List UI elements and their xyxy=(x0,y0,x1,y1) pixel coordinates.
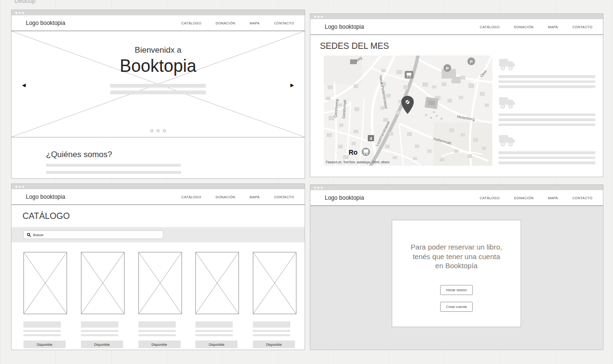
svg-text:4: 4 xyxy=(370,136,372,141)
hero-title: Booktopia xyxy=(11,56,305,76)
placeholder-bar xyxy=(110,91,206,94)
book-card: Disponible xyxy=(253,252,296,348)
list-item[interactable] xyxy=(499,134,595,164)
list-item[interactable] xyxy=(499,58,595,88)
placeholder-bar xyxy=(23,330,61,332)
disponible-button[interactable]: Disponible xyxy=(138,341,181,348)
book-card: Disponible xyxy=(81,252,125,348)
iniciar-sesion-button[interactable]: Iniciar sesión xyxy=(440,285,473,295)
carousel-dots xyxy=(11,129,305,132)
section-heading: ¿Quiénes somos? xyxy=(46,150,305,159)
nav-item-mapa[interactable]: MAPA xyxy=(250,22,260,25)
placeholder-bar xyxy=(81,334,118,336)
bus-stop-icon xyxy=(405,71,413,79)
placeholder-bar xyxy=(499,161,595,164)
placeholder-bar xyxy=(81,330,118,332)
titlebar-dot xyxy=(321,187,323,189)
reserva-message: Para poder reservar un libro, tenés que … xyxy=(392,242,521,271)
placeholder-bar xyxy=(499,114,595,116)
reserva-background: Para poder reservar un libro, tenés que … xyxy=(310,206,603,350)
titlebar-dot xyxy=(318,187,319,189)
nav-item-catalogo[interactable]: CATÁLOGO xyxy=(480,25,500,29)
carousel-prev-icon[interactable]: ◀ xyxy=(22,83,26,88)
hero-carousel: Bienvenidx a Booktopia ◀ ▶ xyxy=(11,31,305,137)
search-box[interactable] xyxy=(23,230,163,239)
carousel-dot[interactable] xyxy=(157,129,159,132)
nav-links: CATÁLOGO DONACIÓN MAPA CONTACTO xyxy=(182,195,294,199)
nav-item-donacion[interactable]: DONACIÓN xyxy=(216,195,235,199)
navbar: Logo booktopia CATÁLOGO DONACIÓN MAPA CO… xyxy=(11,189,305,205)
nav-item-mapa[interactable]: MAPA xyxy=(250,195,260,199)
disponible-button[interactable]: Disponible xyxy=(81,341,123,348)
crear-cuenta-button[interactable]: Crear cuenta xyxy=(440,302,473,312)
search-band xyxy=(11,227,305,242)
book-cover-placeholder[interactable] xyxy=(253,252,296,314)
disponible-button[interactable]: Disponible xyxy=(195,341,238,348)
search-input[interactable] xyxy=(33,233,129,237)
window-home: Logo booktopia CATÁLOGO DONACIÓN MAPA CO… xyxy=(11,10,305,179)
nav-item-donacion[interactable]: DONACIÓN xyxy=(514,196,534,200)
book-cover-placeholder[interactable] xyxy=(81,252,125,314)
truck-icon xyxy=(499,58,518,71)
book-cover-placeholder[interactable] xyxy=(195,252,239,314)
hero-placeholder-bars xyxy=(110,84,206,94)
book-card: Disponible xyxy=(195,252,239,348)
book-cards: Disponible Disponible Disponible xyxy=(11,242,305,348)
nav-item-donacion[interactable]: DONACIÓN xyxy=(216,22,235,25)
titlebar-dot xyxy=(314,187,316,189)
nav-item-catalogo[interactable]: CATÁLOGO xyxy=(182,22,202,25)
titlebar-dot xyxy=(19,12,21,14)
truck-icon xyxy=(499,96,518,110)
reserva-message-line: tenés que tener una cuenta xyxy=(392,252,521,262)
nav-item-catalogo[interactable]: CATÁLOGO xyxy=(480,196,500,200)
logo-booktopia: Logo booktopia xyxy=(325,194,364,201)
list-item[interactable] xyxy=(499,96,595,126)
figma-frame-label: Desktop xyxy=(14,0,35,4)
sedes-list xyxy=(499,56,595,166)
placeholder-bar xyxy=(499,80,595,83)
titlebar-dot xyxy=(314,16,316,18)
nav-item-contacto[interactable]: CONTACTO xyxy=(274,22,294,25)
book-cover-placeholder[interactable] xyxy=(23,252,67,314)
carousel-dot[interactable] xyxy=(163,129,166,132)
navbar: Logo booktopia CATÁLOGO DONACIÓN MAPA CO… xyxy=(310,19,603,35)
carousel-dot[interactable] xyxy=(150,129,153,132)
nav-item-donacion[interactable]: DONACIÓN xyxy=(514,25,534,29)
placeholder-bar xyxy=(253,330,290,332)
nav-item-mapa[interactable]: MAPA xyxy=(548,25,558,29)
carousel-next-icon[interactable]: ▶ xyxy=(290,83,294,88)
placeholder-bar xyxy=(46,171,181,174)
parking-icon: P xyxy=(467,57,475,65)
window-titlebar xyxy=(11,10,305,15)
window-catalogo: Logo booktopia CATÁLOGO DONACIÓN MAPA CO… xyxy=(11,183,305,350)
svg-text:P: P xyxy=(446,66,449,71)
book-cover-placeholder[interactable] xyxy=(138,252,182,314)
disponible-button[interactable]: Disponible xyxy=(23,341,66,348)
parking-icon: P xyxy=(443,64,451,72)
logo-booktopia: Logo booktopia xyxy=(26,20,65,26)
placeholder-bar xyxy=(499,124,595,126)
placeholder-bar xyxy=(138,330,176,332)
placeholder-bar xyxy=(23,334,61,336)
placeholder-bar xyxy=(499,75,595,78)
nav-item-mapa[interactable]: MAPA xyxy=(548,196,558,200)
placeholder-bar xyxy=(138,334,176,336)
nav-item-catalogo[interactable]: CATÁLOGO xyxy=(182,195,202,199)
reserva-message-line: Para poder reservar un libro, xyxy=(392,242,521,252)
truck-icon xyxy=(499,134,518,148)
nav-links: CATÁLOGO DONACIÓN MAPA CONTACTO xyxy=(480,25,592,29)
nav-item-contacto[interactable]: CONTACTO xyxy=(572,196,592,200)
placeholder-bar xyxy=(110,84,206,88)
svg-text:Ro: Ro xyxy=(349,148,358,156)
page-heading-sedes: SEDES DEL MES xyxy=(320,41,603,51)
nav-item-contacto[interactable]: CONTACTO xyxy=(274,195,294,199)
route-badge: 4 xyxy=(368,135,374,141)
map[interactable]: weg Neue Perlenstrasse Luzernerstrasse G… xyxy=(324,56,492,166)
titlebar-dot xyxy=(22,186,24,188)
placeholder-bar xyxy=(138,321,176,328)
logo-booktopia: Logo booktopia xyxy=(325,23,364,30)
nav-item-contacto[interactable]: CONTACTO xyxy=(572,25,592,29)
logo-booktopia: Logo booktopia xyxy=(26,193,65,200)
placeholder-bar xyxy=(253,334,290,336)
disponible-button[interactable]: Disponible xyxy=(253,341,295,348)
